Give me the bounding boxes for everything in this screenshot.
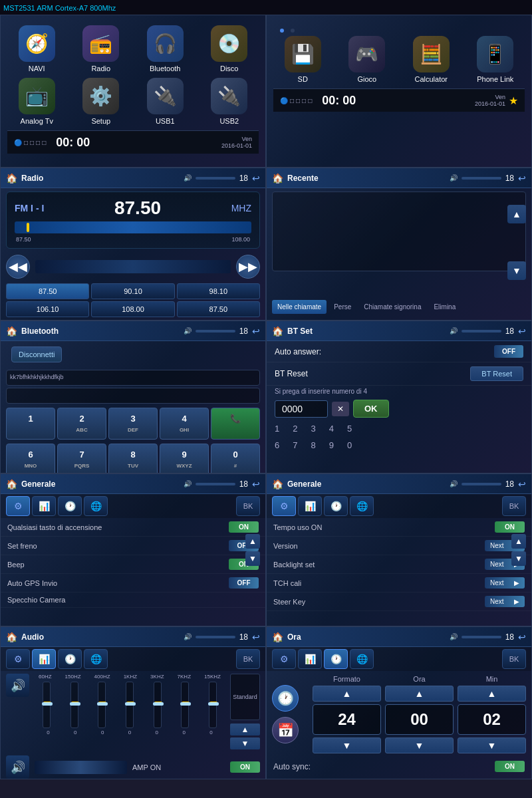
format-up[interactable]: ▲ bbox=[313, 686, 381, 702]
format-down[interactable]: ▼ bbox=[313, 737, 381, 753]
btset-num-3[interactable]: 3 bbox=[311, 424, 315, 434]
eq-bar-2[interactable] bbox=[70, 682, 78, 728]
recent-back-icon[interactable]: ↩ bbox=[518, 173, 526, 184]
key-1[interactable]: 1 bbox=[6, 408, 55, 440]
key-0[interactable]: 0# bbox=[211, 444, 260, 473]
eq-bar-4[interactable] bbox=[126, 682, 134, 728]
eq-bar-5[interactable] bbox=[154, 682, 162, 728]
ora-home-icon[interactable]: 🏠 bbox=[272, 632, 283, 642]
app-navi[interactable]: 🧭 NAVI bbox=[7, 25, 66, 72]
scroll-up-2[interactable]: ▲ bbox=[511, 534, 526, 549]
key-9[interactable]: 9WXYZ bbox=[160, 444, 209, 473]
preset-2[interactable]: 90.10 bbox=[91, 283, 174, 299]
settings2-tab-bk[interactable]: BK bbox=[502, 496, 526, 516]
settings-tab-eq[interactable]: 📊 bbox=[32, 496, 56, 516]
key-6[interactable]: 6MNO bbox=[6, 444, 55, 473]
general2-vol-slider[interactable] bbox=[462, 483, 501, 485]
next-btn[interactable]: ▶▶ bbox=[236, 255, 260, 279]
settings2-tab-clock[interactable]: 🕐 bbox=[324, 496, 348, 516]
scroll-down-1[interactable]: ▼ bbox=[245, 551, 260, 566]
preset-6[interactable]: 87.50 bbox=[177, 301, 260, 317]
settings-tab-globe[interactable]: 🌐 bbox=[84, 496, 108, 516]
preset-3[interactable]: 98.10 bbox=[177, 283, 260, 299]
row2-next-4[interactable]: Next▶ bbox=[485, 596, 525, 607]
hour-down[interactable]: ▼ bbox=[385, 737, 454, 753]
key-4[interactable]: 4GHI bbox=[160, 408, 209, 440]
settings-tab-bk[interactable]: BK bbox=[236, 496, 260, 516]
tab-elimina[interactable]: Elimina bbox=[428, 300, 461, 314]
calendar-icon[interactable]: 📅 bbox=[272, 717, 299, 743]
app-gioco[interactable]: 🎮 Gioco bbox=[338, 36, 397, 83]
auto-answer-toggle[interactable]: OFF bbox=[494, 345, 523, 358]
ora-back-icon[interactable]: ↩ bbox=[518, 632, 526, 642]
general1-vol-slider[interactable] bbox=[196, 483, 235, 485]
clock-icon[interactable]: 🕐 bbox=[272, 685, 299, 712]
btset-num-5[interactable]: 5 bbox=[347, 424, 352, 434]
min-down[interactable]: ▼ bbox=[458, 737, 526, 753]
key-call[interactable]: 📞 bbox=[211, 408, 260, 440]
preset-down[interactable]: ▼ bbox=[230, 737, 260, 749]
preset-5[interactable]: 108.00 bbox=[91, 301, 174, 317]
audio-home-icon[interactable]: 🏠 bbox=[6, 632, 17, 642]
eq-bar-3[interactable] bbox=[98, 682, 106, 728]
back-icon[interactable]: ↩ bbox=[252, 173, 260, 184]
ora-tab-globe[interactable]: 🌐 bbox=[350, 649, 374, 669]
settings2-tab-eq[interactable]: 📊 bbox=[298, 496, 322, 516]
btset-num-8[interactable]: 8 bbox=[311, 440, 315, 450]
general1-home-icon[interactable]: 🏠 bbox=[6, 479, 17, 489]
audio-back-icon[interactable]: ↩ bbox=[252, 632, 260, 642]
vol-slider[interactable] bbox=[196, 177, 235, 180]
bt-reset-btn[interactable]: BT Reset bbox=[470, 366, 523, 381]
audio-tab-gear[interactable]: ⚙ bbox=[6, 649, 30, 669]
pin-input[interactable]: 0000 bbox=[275, 400, 328, 418]
btset-num-1[interactable]: 1 bbox=[275, 424, 279, 434]
btset-num-6[interactable]: 6 bbox=[275, 440, 279, 450]
scroll-down-2[interactable]: ▼ bbox=[511, 551, 526, 566]
general1-back-icon[interactable]: ↩ bbox=[252, 479, 260, 489]
app-phonelink[interactable]: 📱 Phone Link bbox=[466, 36, 525, 83]
app-disco[interactable]: 💿 Disco bbox=[200, 25, 259, 72]
home-icon[interactable]: 🏠 bbox=[6, 173, 17, 184]
key-7[interactable]: 7PQRS bbox=[57, 444, 106, 473]
recent-home-icon[interactable]: 🏠 bbox=[272, 173, 283, 184]
btset-num-4[interactable]: 4 bbox=[329, 424, 334, 434]
ora-tab-gear[interactable]: ⚙ bbox=[272, 649, 296, 669]
btset-home-icon[interactable]: 🏠 bbox=[272, 326, 283, 336]
btset-num-9[interactable]: 9 bbox=[329, 440, 334, 450]
audio-tab-clock[interactable]: 🕐 bbox=[58, 649, 82, 669]
audio-tab-bk[interactable]: BK bbox=[236, 649, 260, 669]
tab-chiamate-signorina[interactable]: Chiamate signorina bbox=[358, 300, 426, 314]
hour-up[interactable]: ▲ bbox=[385, 686, 454, 702]
eq-bar-1[interactable] bbox=[43, 682, 51, 728]
audio-vol-slider[interactable] bbox=[196, 636, 235, 638]
row-toggle-1[interactable]: ON bbox=[229, 521, 259, 533]
row2-next-3[interactable]: Next▶ bbox=[485, 577, 525, 589]
audio-tab-globe[interactable]: 🌐 bbox=[84, 649, 108, 669]
speaker-icon-2[interactable]: 🔊 bbox=[6, 755, 29, 779]
btset-vol-slider[interactable] bbox=[462, 330, 501, 332]
bt-home-icon[interactable]: 🏠 bbox=[6, 326, 17, 336]
app-usb1[interactable]: 🔌 USB1 bbox=[136, 78, 195, 125]
general2-back-icon[interactable]: ↩ bbox=[518, 479, 526, 489]
general2-home-icon[interactable]: 🏠 bbox=[272, 479, 283, 489]
scroll-up-btn[interactable]: ▲ bbox=[507, 205, 526, 223]
preset-1[interactable]: 87.50 bbox=[6, 283, 89, 299]
settings-tab-gear[interactable]: ⚙ bbox=[6, 496, 30, 516]
pin-clear-btn[interactable]: ✕ bbox=[332, 402, 349, 416]
app-bluetooth[interactable]: 🎧 Bluetooth bbox=[136, 25, 195, 72]
app-analogtv[interactable]: 📺 Analog Tv bbox=[7, 78, 66, 125]
row2-toggle-1[interactable]: ON bbox=[495, 521, 525, 533]
settings2-tab-gear[interactable]: ⚙ bbox=[272, 496, 296, 516]
scroll-up-1[interactable]: ▲ bbox=[245, 534, 260, 549]
eq-bar-6[interactable] bbox=[181, 682, 189, 728]
autosync-toggle[interactable]: ON bbox=[495, 761, 525, 772]
tab-nelle-chiamate[interactable]: Nelle chiamate bbox=[272, 300, 327, 314]
btset-num-2[interactable]: 2 bbox=[293, 424, 297, 434]
speaker-icon[interactable]: 🔊 bbox=[6, 674, 29, 697]
bt-back-icon[interactable]: ↩ bbox=[252, 326, 260, 336]
bt-vol-slider[interactable] bbox=[196, 330, 235, 332]
app-setup[interactable]: ⚙️ Setup bbox=[72, 78, 131, 125]
recent-vol-slider[interactable] bbox=[462, 177, 501, 180]
scroll-down-btn[interactable]: ▼ bbox=[507, 261, 526, 280]
key-3[interactable]: 3DEF bbox=[108, 408, 158, 440]
